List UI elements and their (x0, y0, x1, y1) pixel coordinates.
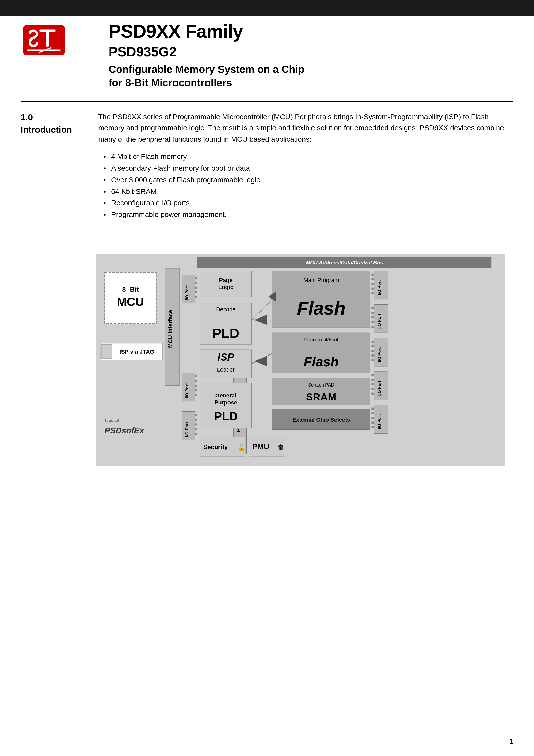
svg-rect-19 (195, 390, 198, 392)
svg-rect-49 (371, 326, 374, 328)
svg-rect-54 (371, 355, 374, 357)
svg-rect-22 (195, 414, 198, 416)
svg-rect-14 (195, 296, 198, 298)
svg-rect-59 (371, 383, 374, 386)
section-label: 1.0 Introduction (21, 111, 85, 136)
list-item: Reconfigurable I/O ports (103, 197, 513, 209)
isp-jtag-label: ISP via JTAG (120, 348, 154, 355)
svg-rect-66 (371, 421, 374, 423)
svg-rect-53 (371, 350, 374, 352)
header-bar (0, 0, 534, 15)
svg-rect-11 (195, 282, 198, 284)
psd-logo-text: PSDsofEx (105, 426, 145, 435)
scratch-pad-label: Scratch PAD (308, 382, 334, 388)
gp-label2: Purpose (215, 399, 237, 406)
svg-rect-41 (371, 283, 374, 285)
arrow-to-flash (254, 315, 267, 325)
logo-area (21, 21, 78, 67)
svg-rect-47 (371, 316, 374, 318)
io-port-left-1: I/O Port (185, 285, 189, 300)
list-item: 4 Mbit of Flash memory (103, 151, 513, 163)
pmu-label: PMU (252, 442, 269, 451)
gp-label1: General (215, 392, 236, 399)
svg-rect-67 (371, 426, 374, 428)
svg-rect-13 (195, 291, 198, 293)
supported-label: Supported (105, 419, 119, 422)
loader-label: Loader (217, 366, 235, 373)
svg-rect-26 (195, 433, 198, 435)
svg-rect-23 (195, 418, 198, 421)
io-port-right-4: I/O Port (377, 381, 382, 395)
io-port-right-2: I/O Port (377, 313, 382, 329)
svg-rect-16 (195, 375, 198, 377)
ext-chip-label: External Chip Selects (292, 417, 350, 423)
svg-rect-12 (195, 287, 198, 289)
io-port-right-5: I/O Port (377, 414, 382, 429)
pld-label: PLD (212, 326, 239, 341)
list-item: Over 3,000 gates of Flash programmable l… (103, 174, 513, 186)
isp-label: ISP (218, 351, 234, 363)
svg-rect-39 (371, 274, 374, 276)
svg-rect-42 (371, 287, 374, 289)
svg-rect-61 (371, 393, 374, 395)
list-item: A secondary Flash memory for boot or dat… (103, 163, 513, 174)
block-diagram-svg: MCU Address/Data/Control Bus 8 -Bit MCU … (96, 254, 505, 466)
diagram-container: MCU Address/Data/Control Bus 8 -Bit MCU … (88, 246, 513, 475)
page-logic-label: Page (219, 277, 232, 284)
feature-list: 4 Mbit of Flash memory A secondary Flash… (103, 151, 513, 221)
svg-rect-51 (371, 340, 374, 342)
product-family: PSD9XX Family (109, 21, 513, 42)
page-logic-label2: Logic (218, 284, 233, 290)
io-port-right-1: I/O Port (377, 280, 382, 295)
page-number: 1 (509, 737, 513, 746)
svg-rect-58 (371, 379, 374, 381)
svg-rect-24 (195, 423, 198, 425)
gp-pld-label: PLD (214, 410, 238, 423)
svg-rect-65 (371, 417, 374, 419)
svg-rect-64 (371, 412, 374, 415)
svg-rect-40 (371, 278, 374, 280)
header-divider (21, 101, 513, 102)
mcu-8bit-label: 8 -Bit (122, 286, 139, 293)
svg-rect-55 (371, 359, 374, 361)
security-label: Security (203, 444, 228, 450)
io-port-right-3: I/O Port (377, 347, 382, 362)
list-item: 64 Kbit SRAM (103, 186, 513, 198)
svg-rect-6 (102, 344, 112, 359)
boot-flash-label: Flash (304, 354, 338, 369)
svg-rect-63 (371, 408, 374, 410)
svg-rect-46 (371, 311, 374, 313)
main-flash-label: Flash (297, 298, 346, 318)
svg-rect-18 (195, 385, 198, 387)
lock-icon: 🔒 (237, 443, 246, 451)
svg-rect-10 (195, 278, 198, 280)
mcu-label: MCU (117, 295, 144, 309)
footer-divider (21, 735, 513, 735)
product-description: Configurable Memory System on a Chip for… (109, 63, 513, 90)
main-content: The PSD9XX series of Programmable Microc… (98, 111, 513, 221)
svg-rect-57 (371, 374, 374, 376)
address-bus-label: MCU Address/Data/Control Bus (306, 260, 383, 265)
main-program-label: Main Program (304, 277, 339, 284)
section-number: 1.0 (21, 111, 85, 123)
svg-rect-45 (371, 307, 374, 309)
io-port-left-3: I/O Port (185, 422, 189, 437)
io-port-left-2: I/O Port (185, 383, 189, 398)
svg-rect-20 (195, 394, 198, 396)
arrow-isp (254, 356, 267, 366)
mcu-interface-label: MCU Interface (167, 310, 174, 348)
product-model: PSD935G2 (109, 44, 513, 60)
intro-paragraph: The PSD9XX series of Programmable Microc… (98, 111, 513, 145)
concurrent-label: Concurrent/Boot (304, 337, 338, 342)
pmu-icon: 🗑 (277, 444, 284, 451)
svg-rect-60 (371, 388, 374, 390)
svg-rect-48 (371, 321, 374, 323)
title-block: PSD9XX Family PSD935G2 Configurable Memo… (109, 21, 513, 90)
section-title: Introduction (21, 123, 85, 136)
svg-rect-43 (371, 292, 374, 294)
svg-rect-52 (371, 345, 374, 347)
list-item: Programmable power management. (103, 209, 513, 221)
decode-label: Decode (216, 306, 236, 312)
svg-rect-25 (195, 428, 198, 430)
svg-rect-17 (195, 380, 198, 382)
